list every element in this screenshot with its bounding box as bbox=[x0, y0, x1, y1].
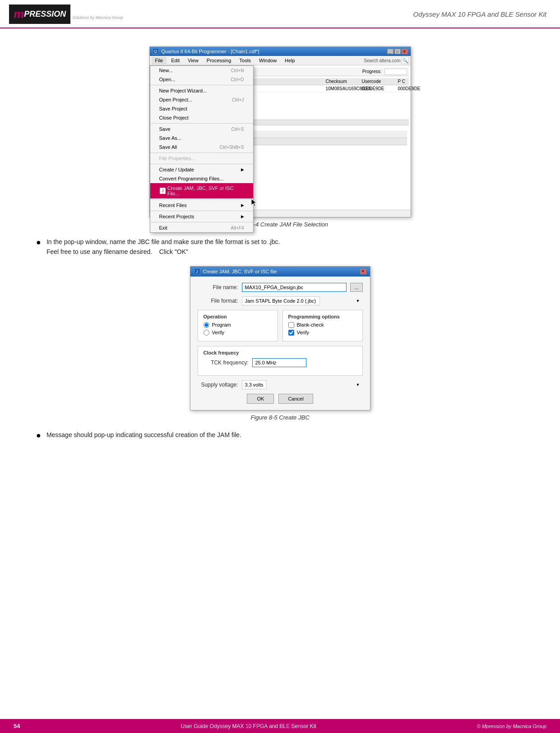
programming-options-section: Programming options Blank-check Verify bbox=[282, 310, 363, 341]
logo-sub: Solutions by Macnica Group bbox=[72, 15, 123, 20]
search-icon[interactable]: 🔍 bbox=[402, 57, 409, 64]
dd-save-all[interactable]: Save AllCtrl+Shift+S bbox=[150, 143, 253, 152]
file-format-select[interactable]: Jam STAPL Byte Code 2.0 (.jbc) bbox=[242, 296, 320, 305]
menu-view[interactable]: View bbox=[184, 57, 202, 64]
dd-create-update[interactable]: Create / Update▶ bbox=[150, 165, 253, 174]
check-blank-label: Blank-check bbox=[297, 322, 324, 327]
dd-save-project[interactable]: Save Project bbox=[150, 104, 253, 113]
clock-section: Clock frequecy TCK frequency: bbox=[198, 346, 363, 376]
file-name-input[interactable] bbox=[242, 283, 347, 292]
radio-program-label: Program bbox=[212, 322, 231, 327]
menu-processing[interactable]: Processing bbox=[203, 57, 235, 64]
radio-verify[interactable] bbox=[204, 330, 209, 336]
file-format-select-wrapper: Jam STAPL Byte Code 2.0 (.jbc) bbox=[242, 296, 363, 305]
dd-open-project[interactable]: Open Project...Ctrl+J bbox=[150, 95, 253, 104]
progress-bar bbox=[384, 69, 407, 75]
header-title: Odyssey MAX 10 FPGA and BLE Sensor Kit bbox=[413, 10, 546, 18]
file-dropdown-menu: New...Ctrl+N Open...Ctrl+O New Project W… bbox=[150, 65, 254, 233]
dd-sep6 bbox=[150, 211, 253, 211]
check-blank[interactable] bbox=[288, 322, 294, 328]
dialog-close-btn[interactable]: ✕ bbox=[360, 269, 366, 274]
file-format-label: File format: bbox=[198, 298, 238, 304]
dd-convert-programming[interactable]: Convert Programming Files... bbox=[150, 174, 253, 183]
maximize-btn[interactable]: □ bbox=[394, 49, 401, 54]
quartus-title-text: Quartus II 64-Bit Programmer - [Chain1.c… bbox=[162, 49, 259, 54]
col-pc: P C bbox=[398, 79, 407, 84]
check-verify[interactable] bbox=[288, 330, 294, 336]
radio-verify-label: Verify bbox=[212, 330, 225, 335]
dialog-icon: J bbox=[194, 268, 200, 275]
tck-label: TCK frequency: bbox=[204, 360, 249, 366]
radio-program[interactable] bbox=[204, 322, 209, 328]
dd-create-jam-text: Create JAM, JBC, SVF or ISC File... bbox=[167, 185, 244, 196]
row-checksum2: 000DE9DE bbox=[362, 86, 398, 91]
menu-edit[interactable]: Edit bbox=[167, 57, 183, 64]
file-name-row: File name: ... bbox=[198, 283, 363, 292]
check-verify-label: Verify bbox=[297, 330, 310, 335]
dd-file-props: File Properties... bbox=[150, 154, 253, 163]
page-content: Q Quartus II 64-Bit Programmer - [Chain1… bbox=[0, 28, 560, 485]
supply-select[interactable]: 3.3 volts bbox=[242, 380, 267, 389]
prog-options-title: Programming options bbox=[288, 314, 357, 319]
col-checksum: Checksum bbox=[326, 79, 362, 84]
dd-close-project[interactable]: Close Project bbox=[150, 113, 253, 122]
dd-new-project[interactable]: New Project Wizard... bbox=[150, 86, 253, 95]
operation-section: Operation Program Verify bbox=[198, 310, 278, 341]
radio-program-row: Program bbox=[204, 322, 272, 328]
menu-file[interactable]: File bbox=[152, 57, 167, 64]
dd-recent-files[interactable]: Recent Files▶ bbox=[150, 201, 253, 210]
browse-button[interactable]: ... bbox=[350, 283, 362, 292]
quartus-icon: Q bbox=[153, 48, 159, 55]
figure-8-5-caption: Figure 8-5 Create JBC bbox=[250, 414, 309, 421]
supply-select-wrapper: 3.3 volts bbox=[242, 380, 363, 389]
progress-label: Progress: bbox=[362, 69, 382, 74]
footer-center-text: User Guide Odyssey MAX 10 FPGA and BLE S… bbox=[181, 723, 316, 729]
dialog-body: File name: ... File format: Jam STAPL By… bbox=[190, 277, 370, 410]
bullet-text-1: In the pop-up window, name the JBC file … bbox=[46, 237, 280, 257]
quartus-body: New...Ctrl+N Open...Ctrl+O New Project W… bbox=[150, 65, 411, 210]
logo-box: mPRESSION bbox=[9, 5, 70, 24]
dd-save-as[interactable]: Save As... bbox=[150, 134, 253, 143]
minimize-btn[interactable]: _ bbox=[387, 49, 393, 54]
dd-open[interactable]: Open...Ctrl+O bbox=[150, 75, 253, 84]
bullet-dot-2: ● bbox=[36, 431, 41, 440]
dd-recent-projects[interactable]: Recent Projects▶ bbox=[150, 212, 253, 221]
close-btn[interactable]: ✕ bbox=[402, 49, 408, 54]
menu-help[interactable]: Help bbox=[281, 57, 299, 64]
tck-input[interactable] bbox=[252, 358, 306, 367]
footer-copyright: © Mpression by Macnica Group bbox=[477, 724, 546, 729]
dialog-buttons: OK Cancel bbox=[198, 394, 363, 404]
cancel-button[interactable]: Cancel bbox=[278, 394, 313, 404]
dialog-titlebar: J Create JAM, JBC, SVF or ISC file ✕ bbox=[190, 267, 370, 277]
mouse-cursor-icon bbox=[251, 199, 258, 207]
dd-save[interactable]: SaveCtrl+S bbox=[150, 124, 253, 134]
options-sections: Operation Program Verify Programming opt… bbox=[198, 310, 363, 341]
cursor-indicator bbox=[251, 199, 258, 207]
win-menubar: File Edit View Processing Tools Window H… bbox=[150, 56, 411, 65]
menu-tools[interactable]: Tools bbox=[236, 57, 255, 64]
quartus-window: Q Quartus II 64-Bit Programmer - [Chain1… bbox=[149, 46, 411, 217]
logo-area: mPRESSION Solutions by Macnica Group bbox=[9, 5, 123, 24]
win-controls[interactable]: _ □ ✕ bbox=[387, 49, 408, 54]
bullet-dot-1: ● bbox=[36, 238, 41, 247]
ok-button[interactable]: OK bbox=[247, 394, 274, 404]
menu-window[interactable]: Window bbox=[255, 57, 280, 64]
dd-exit[interactable]: ExitAlt+F4 bbox=[150, 223, 253, 232]
logo-m: m bbox=[14, 7, 24, 21]
dd-new[interactable]: New...Ctrl+N bbox=[150, 66, 253, 75]
bullet-text-2: Message should pop-up indicating success… bbox=[46, 430, 241, 440]
radio-verify-row: Verify bbox=[204, 330, 272, 336]
operation-title: Operation bbox=[204, 314, 272, 319]
dialog-title-text: Create JAM, JBC, SVF or ISC file bbox=[203, 269, 277, 274]
dd-create-jam[interactable]: J Create JAM, JBC, SVF or ISC File... bbox=[150, 183, 253, 198]
svg-marker-0 bbox=[251, 199, 256, 206]
supply-label: Supply voltage: bbox=[198, 382, 238, 388]
check-blank-row: Blank-check bbox=[288, 322, 357, 328]
file-format-row: File format: Jam STAPL Byte Code 2.0 (.j… bbox=[198, 296, 363, 305]
supply-voltage-row: Supply voltage: 3.3 volts bbox=[198, 380, 363, 389]
dialog-win-controls[interactable]: ✕ bbox=[360, 269, 366, 274]
check-verify-row: Verify bbox=[288, 330, 357, 336]
figure-8-4-container: Q Quartus II 64-Bit Programmer - [Chain1… bbox=[36, 46, 524, 228]
dd-sep4 bbox=[150, 164, 253, 164]
row-usercode: 000DE9DE bbox=[398, 86, 407, 91]
